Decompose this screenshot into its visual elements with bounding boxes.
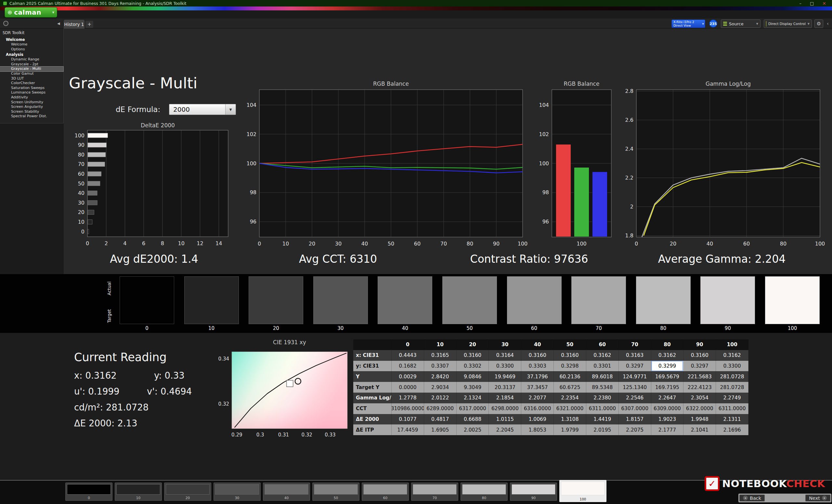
sidebar-item-grayscale-2pt[interactable]: Grayscale - 2pt (0, 62, 63, 67)
maximize-button-icon[interactable]: □ (810, 1, 814, 5)
table-cell[interactable]: 1.9948 (683, 414, 716, 425)
table-cell[interactable]: 1.9799 (554, 424, 586, 435)
table-cell[interactable]: 0.3301 (586, 361, 619, 371)
table-cell[interactable]: 6307.0000 (619, 403, 651, 414)
table-cell[interactable]: 0.3297 (619, 361, 651, 371)
de-formula-dropdown[interactable]: 2000 ▼ (169, 104, 236, 115)
table-cell[interactable]: 2.0025 (457, 424, 489, 435)
sidebar-item-3d-lut[interactable]: 3D LUT (0, 76, 63, 81)
table-cell[interactable]: 2.1041 (683, 424, 716, 435)
table-cell[interactable]: 310986.0000 (392, 403, 424, 414)
close-button-icon[interactable]: × (822, 1, 826, 5)
sidebar-item-luminance-sweeps[interactable]: Luminance Sweeps (0, 90, 63, 95)
table-cell[interactable]: 2.2077 (521, 393, 554, 403)
table-cell[interactable]: 0.3162 (586, 350, 619, 361)
pattern-button-40[interactable]: 40 (263, 482, 310, 501)
settings-button[interactable]: ⚙ (814, 20, 823, 28)
source-dropdown[interactable]: Source ▼ (721, 20, 760, 28)
add-tab-button[interactable]: + (85, 21, 93, 28)
back-button[interactable]: « Back (739, 495, 765, 501)
table-cell[interactable]: 0.3160 (554, 350, 586, 361)
table-cell[interactable]: 1.3108 (554, 414, 586, 425)
sidebar-item-options[interactable]: Options (0, 47, 63, 52)
table-cell[interactable]: 0.0000 (392, 382, 424, 393)
table-cell[interactable]: 6311.0000 (716, 403, 749, 414)
table-cell[interactable]: 9.0846 (457, 371, 489, 382)
table-cell[interactable]: 0.4817 (424, 414, 457, 425)
table-cell[interactable]: 222.4123 (683, 382, 716, 393)
table-cell[interactable]: 6309.0000 (651, 403, 684, 414)
sidebar-item-spectral-power-dist[interactable]: Spectral Power Dist. (0, 114, 63, 119)
table-cell[interactable]: 60.6725 (554, 382, 586, 393)
meter-count-badge[interactable]: 235 (709, 20, 717, 28)
table-cell[interactable]: 1.2778 (392, 393, 424, 403)
table-cell[interactable]: 2.2354 (554, 393, 586, 403)
table-cell[interactable]: 2.8420 (424, 371, 457, 382)
minimize-button-icon[interactable]: – (799, 1, 802, 5)
sidebar-item-welcome[interactable]: Welcome (0, 42, 63, 47)
table-cell[interactable]: 0.3300 (489, 361, 521, 371)
meter-button[interactable]: X-Rite i1Pro 2 Direct View ▼ (672, 20, 705, 28)
table-cell[interactable]: 0.3297 (683, 361, 716, 371)
table-cell[interactable]: 6321.0000 (554, 403, 586, 414)
pattern-button-30[interactable]: 30 (213, 482, 261, 501)
table-cell[interactable]: 2.2647 (651, 393, 684, 403)
sidebar-item-color-gamut[interactable]: Color Gamut (0, 72, 63, 76)
pattern-button-90[interactable]: 90 (510, 482, 557, 501)
sidebar-section-welcome[interactable]: Welcome (0, 37, 63, 42)
table-cell[interactable]: 2.1777 (651, 424, 684, 435)
table-cell[interactable]: 0.3162 (716, 350, 749, 361)
table-cell[interactable]: 1.4419 (586, 414, 619, 425)
table-cell[interactable]: 6298.0000 (489, 403, 521, 414)
table-cell[interactable]: 2.2380 (586, 393, 619, 403)
table-cell[interactable]: 2.0195 (586, 424, 619, 435)
display-control-dropdown[interactable]: Direct Display Control ▼ (764, 20, 812, 28)
table-cell[interactable]: 1.0115 (489, 414, 521, 425)
table-cell[interactable]: 2.2075 (619, 424, 651, 435)
table-cell[interactable]: 2.3054 (683, 393, 716, 403)
table-cell[interactable]: 0.3164 (489, 350, 521, 361)
tab-history-1[interactable]: History 1 (64, 20, 84, 29)
pattern-button-10[interactable]: 10 (115, 482, 162, 501)
sidebar-section-analysis[interactable]: Analysis (0, 52, 63, 57)
table-cell[interactable]: 9.3049 (457, 382, 489, 393)
sidebar-item-colorchecker[interactable]: ColorChecker (0, 81, 63, 86)
table-cell[interactable]: 169.5679 (651, 371, 684, 382)
table-cell[interactable]: 6316.0000 (521, 403, 554, 414)
table-cell[interactable]: 0.6688 (457, 414, 489, 425)
table-cell[interactable]: 2.1311 (716, 414, 749, 425)
pattern-button-20[interactable]: 20 (164, 482, 211, 501)
pattern-button-50[interactable]: 50 (312, 482, 360, 501)
table-cell[interactable]: 0.3300 (716, 361, 749, 371)
sidebar-item-screen-angularity[interactable]: Screen Angularity (0, 105, 63, 109)
table-cell[interactable]: 1.8157 (619, 414, 651, 425)
table-cell[interactable]: 20.3137 (489, 382, 521, 393)
table-cell[interactable]: 0.3163 (619, 350, 651, 361)
sidebar-item-dynamic-range[interactable]: Dynamic Range (0, 57, 63, 62)
table-cell[interactable]: 2.2546 (619, 393, 651, 403)
table-cell[interactable]: 89.5348 (586, 382, 619, 393)
sidebar-item-screen-stability[interactable]: Screen Stability (0, 109, 63, 114)
table-cell[interactable]: 19.9469 (489, 371, 521, 382)
collapse-panel-button[interactable]: ‹ (825, 20, 831, 28)
table-cell[interactable]: 0.3165 (424, 350, 457, 361)
table-cell[interactable]: 2.2045 (489, 424, 521, 435)
table-cell[interactable]: 2.0122 (424, 393, 457, 403)
table-cell[interactable]: 1.9023 (651, 414, 684, 425)
table-cell[interactable]: 2.1854 (489, 393, 521, 403)
table-cell[interactable]: 37.1796 (521, 371, 554, 382)
table-cell[interactable]: 0.3299 (651, 361, 684, 371)
sidebar-item-additivity[interactable]: Additivity (0, 95, 63, 100)
table-cell[interactable]: 6322.0000 (683, 403, 716, 414)
table-cell[interactable]: 37.3457 (521, 382, 554, 393)
table-cell[interactable]: 0.3160 (683, 350, 716, 361)
table-cell[interactable]: 1.8053 (521, 424, 554, 435)
table-cell[interactable]: 2.1696 (716, 424, 749, 435)
table-cell[interactable]: 0.3307 (424, 361, 457, 371)
table-cell[interactable]: 6289.0000 (424, 403, 457, 414)
table-cell[interactable]: 0.1077 (392, 414, 424, 425)
pattern-button-70[interactable]: 70 (411, 482, 458, 501)
pattern-button-100[interactable]: 100 (559, 480, 606, 502)
table-cell[interactable]: 0.4443 (392, 350, 424, 361)
table-cell[interactable]: 124.9771 (619, 371, 651, 382)
